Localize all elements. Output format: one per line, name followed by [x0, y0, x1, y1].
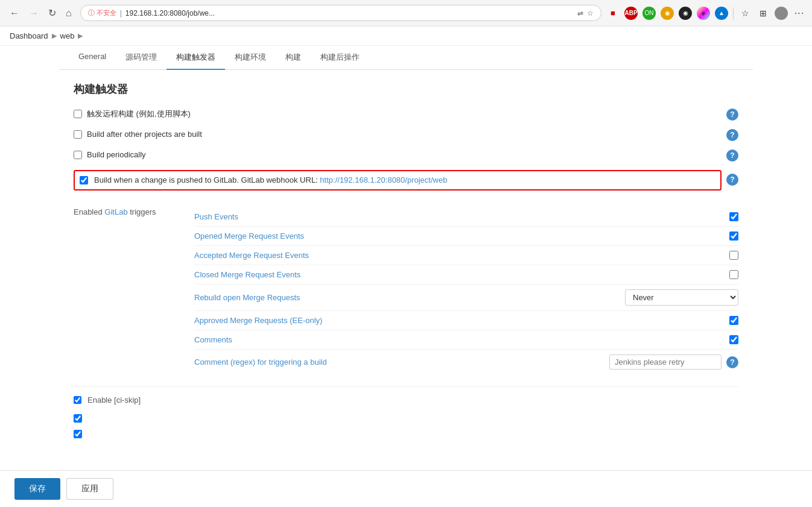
tab-post-build[interactable]: 构建后操作	[311, 46, 369, 70]
cb-opened-mr[interactable]	[729, 231, 738, 241]
ci-skip-label: Enable [ci-skip]	[87, 395, 141, 405]
help-icon-4[interactable]: ?	[726, 174, 738, 186]
forward-button[interactable]: →	[25, 5, 42, 21]
rebuild-mr-label: Rebuild open Merge Requests	[194, 293, 618, 302]
cb-comments[interactable]	[729, 335, 738, 344]
security-icon: ⓘ 不安全	[88, 8, 116, 17]
trigger-opened-mr: Opened Merge Request Events	[194, 227, 738, 246]
comment-regex-input[interactable]	[609, 354, 722, 370]
cb-after-other-label: Build after other projects are built	[87, 129, 202, 140]
tab-build-triggers[interactable]: 构建触发器	[167, 46, 225, 70]
trigger-comment-regex: Comment (regex) for triggering a build ?	[194, 350, 738, 374]
gitlab-right-panel: Push Events Opened Merge Request Events	[194, 207, 738, 374]
trigger-row-periodic: Build periodically ?	[74, 150, 738, 162]
trigger-row-other: Build after other projects are built ?	[74, 129, 738, 141]
tab-build-env[interactable]: 构建环境	[225, 46, 276, 70]
closed-mr-label: Closed Merge Request Events	[194, 270, 722, 279]
address-text: 192.168.1.20:8080/job/we...	[125, 9, 574, 17]
bottom-checks	[74, 411, 738, 442]
opened-mr-label: Opened Merge Request Events	[194, 231, 722, 241]
cb-after-other[interactable]	[74, 130, 82, 139]
trigger-comments: Comments	[194, 330, 738, 350]
breadcrumb: Dashboard ▶ web ▶	[0, 27, 812, 46]
addon-icon1[interactable]: ON	[642, 7, 656, 20]
tab-source[interactable]: 源码管理	[116, 46, 167, 70]
more-icon[interactable]: ···	[793, 7, 806, 20]
cb-periodic[interactable]	[74, 151, 82, 159]
comment-regex-label: Comment (regex) for triggering a build	[194, 357, 602, 367]
trigger-closed-mr: Closed Merge Request Events	[194, 265, 738, 285]
help-icon-2[interactable]: ?	[726, 129, 738, 141]
back-button[interactable]: ←	[6, 5, 23, 21]
trigger-rebuild-mr: Rebuild open Merge Requests Never On pus…	[194, 285, 738, 311]
help-icon-1[interactable]: ?	[726, 109, 738, 121]
profile-icon[interactable]	[775, 7, 788, 20]
toolbar-icons: ■ ABP ON ◉ ◉ ◈ ▲ ☆ ⊞ ···	[606, 7, 806, 20]
breadcrumb-sep1: ▶	[52, 32, 57, 40]
accepted-mr-label: Accepted Merge Request Events	[194, 251, 722, 260]
cb-accepted-mr[interactable]	[729, 251, 738, 260]
bottom-check-row-1	[74, 411, 738, 426]
cb-gitlab-push[interactable]	[80, 176, 88, 184]
home-button[interactable]: ⌂	[62, 5, 75, 21]
trigger-row-remote: 触发远程构建 (例如,使用脚本) ?	[74, 109, 738, 121]
webhook-url-link[interactable]: http://192.168.1.20:8080/project/web	[320, 175, 447, 184]
cb-bottom-2[interactable]	[74, 430, 82, 438]
collections-icon[interactable]: ⊞	[756, 7, 770, 20]
trigger-push-events: Push Events	[194, 207, 738, 227]
apply-button[interactable]: 应用	[66, 478, 113, 500]
gitlab-triggers-section: Enabled GitLab triggers Push Events Open…	[74, 207, 738, 374]
favorites-icon[interactable]: ☆	[738, 7, 752, 20]
bottom-check-row-2	[74, 426, 738, 442]
main-content: General 源码管理 构建触发器 构建环境 构建 构建后操作 构建触发器 触…	[0, 46, 812, 507]
bookmark-icon[interactable]: ☆	[587, 9, 594, 17]
addon-icon3[interactable]: ◉	[679, 7, 692, 20]
gitlab-link[interactable]: GitLab	[104, 207, 127, 216]
cb-bottom-1[interactable]	[74, 414, 82, 423]
save-button[interactable]: 保存	[14, 478, 60, 500]
cb-ci-skip[interactable]	[74, 396, 81, 404]
page-body: 构建触发器 触发远程构建 (例如,使用脚本) ? Build after oth…	[59, 70, 753, 502]
tab-general[interactable]: General	[69, 46, 116, 70]
help-icon-3[interactable]: ?	[726, 150, 738, 162]
trigger-row-gitlab: Build when a change is pushed to GitLab.…	[74, 170, 722, 191]
breadcrumb-dashboard[interactable]: Dashboard	[10, 31, 48, 40]
breadcrumb-web[interactable]: web	[60, 31, 75, 40]
addon-icon4[interactable]: ◈	[697, 7, 710, 20]
abp-icon[interactable]: ABP	[624, 7, 638, 20]
browser-chrome: ← → ↻ ⌂ ⓘ 不安全 | 192.168.1.20:8080/job/we…	[0, 0, 812, 27]
trigger-approved-mr: Approved Merge Requests (EE-only)	[194, 311, 738, 330]
page-title: 构建触发器	[74, 82, 738, 96]
ci-skip-section: Enable [ci-skip]	[74, 386, 738, 405]
cb-remote-label: 触发远程构建 (例如,使用脚本)	[87, 109, 191, 119]
addon-icon5[interactable]: ▲	[715, 7, 728, 20]
breadcrumb-sep2: ▶	[78, 32, 83, 40]
cb-periodic-label: Build periodically	[87, 150, 146, 160]
nav-buttons: ← → ↻ ⌂	[6, 5, 75, 21]
cb-approved-mr[interactable]	[729, 316, 738, 325]
cb-closed-mr[interactable]	[729, 270, 738, 279]
gitlab-left-panel: Enabled GitLab triggers	[74, 207, 194, 374]
trigger-accepted-mr: Accepted Merge Request Events	[194, 246, 738, 265]
help-icon-regex[interactable]: ?	[726, 356, 738, 368]
push-events-label: Push Events	[194, 212, 722, 221]
cb-push-events[interactable]	[729, 212, 738, 221]
pocket-icon[interactable]: ■	[606, 7, 620, 20]
action-buttons: 保存 应用	[0, 470, 812, 507]
comments-label: Comments	[194, 335, 722, 344]
cb-remote-trigger[interactable]	[74, 110, 82, 118]
enabled-gitlab-label: Enabled GitLab triggers	[74, 207, 156, 216]
address-bar[interactable]: ⓘ 不安全 | 192.168.1.20:8080/job/we... ⇌ ☆	[80, 5, 601, 21]
cb-gitlab-push-label: Build when a change is pushed to GitLab.…	[94, 175, 447, 186]
rebuild-mr-select[interactable]: Never On push to source branch On push t…	[625, 289, 738, 306]
refresh-button[interactable]: ↻	[45, 5, 60, 21]
tab-build[interactable]: 构建	[276, 46, 311, 70]
approved-mr-label: Approved Merge Requests (EE-only)	[194, 316, 722, 325]
translate-icon: ⇌	[577, 9, 583, 17]
addon-icon2[interactable]: ◉	[661, 7, 674, 20]
separator1	[733, 7, 734, 19]
tabs-bar: General 源码管理 构建触发器 构建环境 构建 构建后操作	[59, 46, 753, 70]
